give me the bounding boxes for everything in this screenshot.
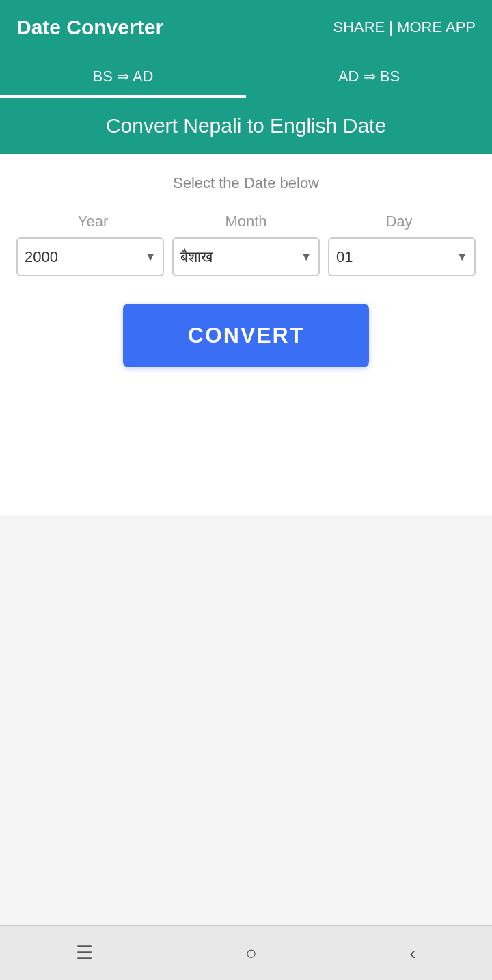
convert-btn-wrapper: CONVERT (16, 304, 476, 367)
convert-button[interactable]: CONVERT (123, 304, 369, 367)
tab-ad-to-bs[interactable]: AD ⇒ BS (246, 55, 492, 98)
page-wrapper: Date Converter SHARE | MORE APP BS ⇒ AD … (0, 0, 492, 980)
tab-bs-to-ad[interactable]: BS ⇒ AD (0, 55, 246, 98)
more-app-button[interactable]: MORE APP (397, 18, 476, 36)
year-select-wrapper[interactable]: 1990 1995 2000 2005 2010 2015 2020 2080 … (16, 237, 164, 276)
nav-menu-icon[interactable]: ☰ (76, 942, 93, 964)
header: Date Converter SHARE | MORE APP (0, 0, 492, 55)
share-button[interactable]: SHARE | (333, 18, 393, 36)
main-content: Select the Date below Year Month Day 199… (0, 154, 492, 515)
nav-back-icon[interactable]: ‹ (409, 942, 415, 964)
year-select[interactable]: 1990 1995 2000 2005 2010 2015 2020 2080 (25, 248, 156, 265)
tab-bar: BS ⇒ AD AD ⇒ BS (0, 55, 492, 98)
nav-home-icon[interactable]: ○ (245, 942, 257, 964)
date-labels: Year Month Day (16, 213, 476, 230)
month-select-wrapper[interactable]: बैशाख जेठ असार श्रावण भाद्र आश्विन कार्त… (172, 237, 320, 276)
header-actions: SHARE | MORE APP (333, 18, 476, 36)
month-select[interactable]: बैशाख जेठ असार श्रावण भाद्र आश्विन कार्त… (180, 248, 312, 265)
subtitle: Select the Date below (16, 174, 476, 192)
year-label: Year (16, 213, 169, 230)
app-title: Date Converter (16, 16, 163, 39)
navigation-bar: ☰ ○ ‹ (0, 925, 492, 980)
date-selectors: 1990 1995 2000 2005 2010 2015 2020 2080 … (16, 237, 476, 276)
bottom-area (0, 515, 492, 925)
banner-text: Convert Nepali to English Date (106, 114, 386, 137)
day-select[interactable]: 01 02 03 04 05 10 15 20 25 30 31 32 (336, 248, 467, 265)
day-label: Day (323, 213, 476, 230)
day-select-wrapper[interactable]: 01 02 03 04 05 10 15 20 25 30 31 32 ▼ (328, 237, 476, 276)
conversion-banner: Convert Nepali to English Date (0, 98, 492, 154)
month-label: Month (169, 213, 323, 230)
